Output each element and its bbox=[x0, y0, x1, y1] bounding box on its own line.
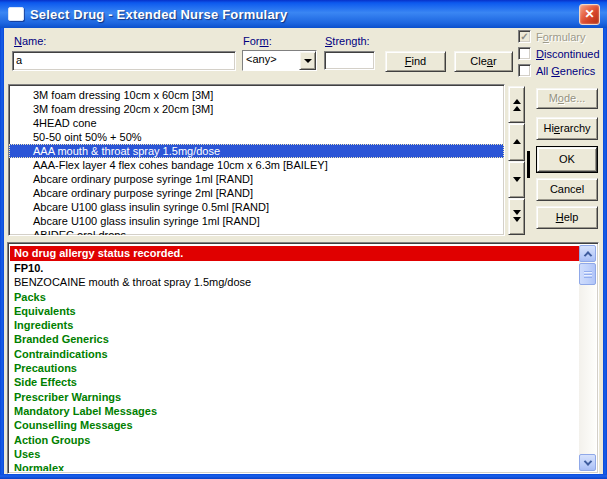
ok-button[interactable]: OK bbox=[537, 147, 597, 172]
info-line[interactable]: Mandatory Label Messages bbox=[10, 404, 579, 418]
checkmark-icon: ✓ bbox=[518, 30, 531, 43]
strength-input[interactable] bbox=[324, 51, 375, 70]
list-item[interactable]: Abcare ordinary purpose syringe 1ml [RAN… bbox=[9, 172, 504, 186]
window-border-bottom bbox=[0, 474, 607, 479]
drug-list[interactable]: 3M foam dressing 10cm x 60cm [3M] 3M foa… bbox=[8, 84, 505, 236]
info-line[interactable]: Uses bbox=[10, 447, 579, 461]
window-border-right bbox=[603, 28, 607, 474]
chevron-down-icon bbox=[304, 59, 312, 63]
close-icon[interactable]: ✕ bbox=[579, 4, 600, 25]
name-input[interactable]: a bbox=[12, 51, 236, 71]
form-dropdown-button[interactable] bbox=[299, 51, 316, 70]
info-line[interactable]: Equivalents bbox=[10, 304, 579, 318]
form-selected-value: <any> bbox=[243, 51, 299, 70]
scroll-to-top-button[interactable] bbox=[508, 86, 525, 123]
list-scrollbar[interactable] bbox=[508, 86, 525, 235]
info-line: BENZOCAINE mouth & throat spray 1.5mg/do… bbox=[10, 275, 579, 289]
list-item[interactable]: 3M foam dressing 20cm x 20cm [3M] bbox=[9, 102, 504, 116]
info-line[interactable]: Counselling Messages bbox=[10, 418, 579, 432]
up-arrow-icon bbox=[513, 139, 521, 144]
drug-info-panel: No drug allergy status recorded. FP10.BE… bbox=[7, 242, 599, 474]
list-item[interactable]: 3M foam dressing 10cm x 60cm [3M] bbox=[9, 88, 504, 102]
list-item-text: 4HEAD cone bbox=[33, 117, 97, 129]
grip-icon bbox=[584, 271, 592, 278]
info-line[interactable]: Side Effects bbox=[10, 375, 579, 389]
info-line[interactable]: Precautions bbox=[10, 361, 579, 375]
info-line[interactable]: Contraindications bbox=[10, 347, 579, 361]
list-item-text: AAA-Flex layer 4 flex cohes bandage 10cm… bbox=[33, 159, 328, 171]
help-button[interactable]: Help bbox=[536, 206, 598, 229]
list-item-text: 3M foam dressing 20cm x 20cm [3M] bbox=[33, 103, 213, 115]
list-item-text: 50-50 oint 50% + 50% bbox=[33, 131, 142, 143]
double-down-arrow-icon bbox=[513, 210, 521, 215]
allergy-status-banner: No drug allergy status recorded. bbox=[10, 246, 579, 261]
scroll-down-button[interactable] bbox=[579, 454, 596, 471]
list-item[interactable]: ABIDEC oral drops bbox=[9, 228, 504, 236]
info-line[interactable]: Branded Generics bbox=[10, 332, 579, 346]
cancel-button[interactable]: Cancel bbox=[536, 178, 598, 201]
application-icon bbox=[8, 7, 24, 21]
window-border-left bbox=[0, 28, 4, 474]
formulary-checkbox: ✓ Formulary bbox=[518, 30, 586, 43]
list-item[interactable]: 50-50 oint 50% + 50% bbox=[9, 130, 504, 144]
info-line[interactable]: Prescriber Warnings bbox=[10, 390, 579, 404]
strength-label: Strength: bbox=[325, 35, 370, 47]
form-select[interactable]: <any> bbox=[242, 50, 317, 71]
info-scrollbar[interactable] bbox=[579, 245, 596, 471]
down-arrow-icon bbox=[513, 177, 521, 182]
info-lines: No drug allergy status recorded. FP10.BE… bbox=[10, 246, 579, 471]
scrollbar-thumb[interactable] bbox=[579, 263, 596, 285]
list-item[interactable]: Abcare U100 glass insulin syringe 0.5ml … bbox=[9, 200, 504, 214]
list-item[interactable]: 4HEAD cone bbox=[9, 116, 504, 130]
info-line[interactable]: Ingredients bbox=[10, 318, 579, 332]
find-button[interactable]: Find bbox=[385, 51, 446, 72]
mode-button: Mode... bbox=[536, 88, 598, 109]
list-item[interactable]: AAA-Flex layer 4 flex cohes bandage 10cm… bbox=[9, 158, 504, 172]
list-item[interactable]: Abcare ordinary purpose syringe 2ml [RAN… bbox=[9, 186, 504, 200]
form-label: Form: bbox=[243, 35, 272, 47]
discontinued-label: Discontinued bbox=[536, 48, 600, 60]
list-item-text: 3M foam dressing 10cm x 60cm [3M] bbox=[33, 89, 213, 101]
checkbox-icon bbox=[518, 47, 531, 60]
list-item[interactable]: Abcare U100 glass insulin syringe 1ml [R… bbox=[9, 214, 504, 228]
double-up-arrow-icon bbox=[513, 99, 521, 104]
list-item-text: Abcare U100 glass insulin syringe 1ml [R… bbox=[33, 215, 260, 227]
scroll-up-button[interactable] bbox=[579, 245, 596, 262]
formulary-label: Formulary bbox=[536, 31, 586, 43]
select-drug-dialog: Select Drug - Extended Nurse Formulary ✕… bbox=[0, 0, 607, 479]
info-line: FP10. bbox=[10, 261, 579, 275]
name-label: Name: bbox=[14, 35, 46, 47]
scroll-down-button[interactable] bbox=[508, 161, 525, 198]
window-title: Select Drug - Extended Nurse Formulary bbox=[30, 7, 288, 22]
list-item-text: AAA mouth & throat spray 1.5mg/dose bbox=[33, 145, 220, 157]
all-generics-checkbox[interactable]: All Generics bbox=[518, 64, 595, 77]
chevron-down-icon bbox=[583, 457, 591, 465]
separator-mark bbox=[527, 151, 530, 178]
list-item-text: Abcare ordinary purpose syringe 1ml [RAN… bbox=[33, 173, 253, 185]
discontinued-checkbox[interactable]: Discontinued bbox=[518, 47, 600, 60]
scroll-up-button[interactable] bbox=[508, 123, 525, 160]
list-item-text: ABIDEC oral drops bbox=[33, 229, 126, 236]
list-item-text: Abcare U100 glass insulin syringe 0.5ml … bbox=[33, 201, 269, 213]
chevron-up-icon bbox=[583, 251, 591, 259]
titlebar[interactable]: Select Drug - Extended Nurse Formulary bbox=[0, 0, 607, 28]
all-generics-label: All Generics bbox=[536, 65, 595, 77]
list-item[interactable]: AAA mouth & throat spray 1.5mg/dose bbox=[9, 144, 504, 158]
hierarchy-button[interactable]: Hierarchy bbox=[536, 117, 598, 140]
clear-button[interactable]: Clear bbox=[454, 51, 513, 72]
scroll-to-bottom-button[interactable] bbox=[508, 198, 525, 235]
checkbox-icon bbox=[518, 64, 531, 77]
info-line[interactable]: Normalex bbox=[10, 461, 579, 471]
info-line[interactable]: Action Groups bbox=[10, 433, 579, 447]
list-item-text: Abcare ordinary purpose syringe 2ml [RAN… bbox=[33, 187, 253, 199]
info-line[interactable]: Packs bbox=[10, 290, 579, 304]
